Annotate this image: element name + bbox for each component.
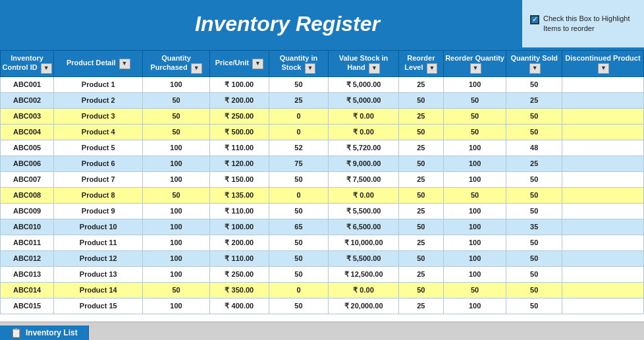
cell-qty_sold: 50	[506, 187, 562, 203]
cell-value_stock: ₹ 0.00	[329, 108, 399, 124]
cell-reorder_level: 50	[399, 250, 444, 266]
cell-qty_purchased: 100	[143, 266, 209, 282]
highlight-checkbox[interactable]: ✓	[530, 15, 539, 24]
cell-qty_stock: 52	[269, 140, 328, 156]
cell-reorder_qty: 100	[443, 171, 506, 187]
cell-qty_stock: 65	[269, 219, 328, 235]
cell-product_detail: Product 2	[54, 92, 143, 108]
cell-price_unit: ₹ 100.00	[209, 76, 269, 92]
col-header-value-stock[interactable]: Value Stock in Hand ▼	[329, 51, 399, 77]
col-header-product-detail[interactable]: Product Detail ▼	[54, 51, 143, 77]
col-header-reorder-qty[interactable]: Reorder Quantity ▼	[443, 51, 506, 77]
cell-reorder_qty: 50	[443, 92, 506, 108]
cell-qty_stock: 50	[269, 76, 328, 92]
checkbox-area[interactable]: ✓ Check this Box to Highlight Items to r…	[530, 14, 636, 34]
cell-price_unit: ₹ 400.00	[209, 298, 269, 314]
cell-product_detail: Product 4	[54, 124, 143, 140]
cell-price_unit: ₹ 120.00	[209, 156, 269, 171]
cell-reorder_level: 50	[399, 156, 444, 171]
dropdown-arrow-reorder-qty[interactable]: ▼	[470, 63, 481, 74]
dropdown-arrow-reorder-level[interactable]: ▼	[427, 63, 438, 74]
cell-discontinued	[562, 124, 643, 140]
col-header-control-id[interactable]: Inventory Control ID ▼	[1, 51, 54, 77]
cell-reorder_level: 25	[399, 266, 444, 282]
col-header-qty-sold[interactable]: Quantity Sold ▼	[506, 51, 562, 77]
cell-reorder_level: 50	[399, 219, 444, 235]
cell-qty_purchased: 100	[143, 156, 209, 171]
cell-control_id: ABC008	[1, 187, 54, 203]
dropdown-arrow-product[interactable]: ▼	[119, 59, 130, 69]
dropdown-arrow-discontinued[interactable]: ▼	[598, 63, 609, 74]
cell-reorder_qty: 100	[443, 235, 506, 250]
cell-qty_purchased: 50	[143, 124, 209, 140]
cell-reorder_qty: 100	[443, 203, 506, 219]
dropdown-arrow-qty-stock[interactable]: ▼	[305, 63, 316, 74]
cell-product_detail: Product 9	[54, 203, 143, 219]
col-header-discontinued[interactable]: Discontinued Product ▼	[562, 51, 643, 77]
table-row: ABC005Product 5100₹ 110.0052₹ 5,720.0025…	[1, 140, 644, 156]
cell-reorder_qty: 50	[443, 187, 506, 203]
cell-price_unit: ₹ 250.00	[209, 266, 269, 282]
cell-reorder_qty: 100	[443, 219, 506, 235]
col-header-reorder-level[interactable]: Reorder Level ▼	[399, 51, 444, 77]
cell-reorder_qty: 100	[443, 76, 506, 92]
cell-qty_stock: 50	[269, 266, 328, 282]
cell-value_stock: ₹ 5,720.00	[329, 140, 399, 156]
cell-control_id: ABC013	[1, 266, 54, 282]
cell-price_unit: ₹ 110.00	[209, 250, 269, 266]
table-row: ABC011Product 11100₹ 200.0050₹ 10,000.00…	[1, 235, 644, 250]
cell-product_detail: Product 14	[54, 282, 143, 298]
column-headers-row: Inventory Control ID ▼ Product Detail ▼ …	[1, 51, 644, 77]
dropdown-arrow-value[interactable]: ▼	[369, 63, 380, 74]
table-container[interactable]: Inventory Control ID ▼ Product Detail ▼ …	[0, 50, 644, 322]
cell-reorder_level: 50	[399, 187, 444, 203]
cell-qty_stock: 50	[269, 235, 328, 250]
cell-reorder_level: 50	[399, 92, 444, 108]
cell-control_id: ABC004	[1, 124, 54, 140]
col-header-price-unit[interactable]: Price/Unit ▼	[209, 51, 269, 77]
col-header-qty-purchased[interactable]: Quantity Purchased ▼	[143, 51, 209, 77]
cell-product_detail: Product 11	[54, 235, 143, 250]
tab-inventory-list[interactable]: 📋 Inventory List	[0, 326, 89, 340]
cell-control_id: ABC015	[1, 298, 54, 314]
cell-value_stock: ₹ 9,000.00	[329, 156, 399, 171]
dropdown-arrow-price[interactable]: ▼	[252, 59, 263, 69]
app-container: Inventory Register ✓ Check this Box to H…	[0, 0, 644, 340]
cell-reorder_qty: 100	[443, 298, 506, 314]
cell-qty_sold: 50	[506, 171, 562, 187]
cell-reorder_qty: 100	[443, 266, 506, 282]
cell-price_unit: ₹ 250.00	[209, 108, 269, 124]
cell-qty_purchased: 100	[143, 298, 209, 314]
cell-value_stock: ₹ 7,500.00	[329, 171, 399, 187]
dropdown-arrow-control-id[interactable]: ▼	[41, 63, 52, 74]
col-header-qty-stock[interactable]: Quantity in Stock ▼	[269, 51, 328, 77]
cell-reorder_level: 25	[399, 76, 444, 92]
cell-value_stock: ₹ 20,000.00	[329, 298, 399, 314]
header: Inventory Register ✓ Check this Box to H…	[0, 0, 644, 47]
cell-value_stock: ₹ 0.00	[329, 282, 399, 298]
cell-product_detail: Product 7	[54, 171, 143, 187]
cell-qty_sold: 50	[506, 298, 562, 314]
cell-value_stock: ₹ 0.00	[329, 187, 399, 203]
cell-value_stock: ₹ 0.00	[329, 124, 399, 140]
cell-control_id: ABC005	[1, 140, 54, 156]
cell-qty_sold: 50	[506, 282, 562, 298]
cell-discontinued	[562, 298, 643, 314]
table-row: ABC010Product 10100₹ 100.0065₹ 6,500.005…	[1, 219, 644, 235]
cell-reorder_qty: 50	[443, 124, 506, 140]
table-row: ABC001Product 1100₹ 100.0050₹ 5,000.0025…	[1, 76, 644, 92]
cell-price_unit: ₹ 200.00	[209, 235, 269, 250]
cell-discontinued	[562, 250, 643, 266]
dropdown-arrow-qty-purchased[interactable]: ▼	[191, 63, 202, 74]
cell-qty_stock: 50	[269, 298, 328, 314]
cell-value_stock: ₹ 5,500.00	[329, 250, 399, 266]
cell-product_detail: Product 13	[54, 266, 143, 282]
cell-reorder_level: 25	[399, 140, 444, 156]
cell-product_detail: Product 12	[54, 250, 143, 266]
dropdown-arrow-qty-sold[interactable]: ▼	[529, 63, 541, 74]
cell-qty_sold: 50	[506, 235, 562, 250]
inventory-table: Inventory Control ID ▼ Product Detail ▼ …	[0, 50, 644, 314]
cell-qty_stock: 50	[269, 250, 328, 266]
cell-price_unit: ₹ 500.00	[209, 124, 269, 140]
checkbox-label: Check this Box to Highlight Items to reo…	[543, 14, 636, 34]
